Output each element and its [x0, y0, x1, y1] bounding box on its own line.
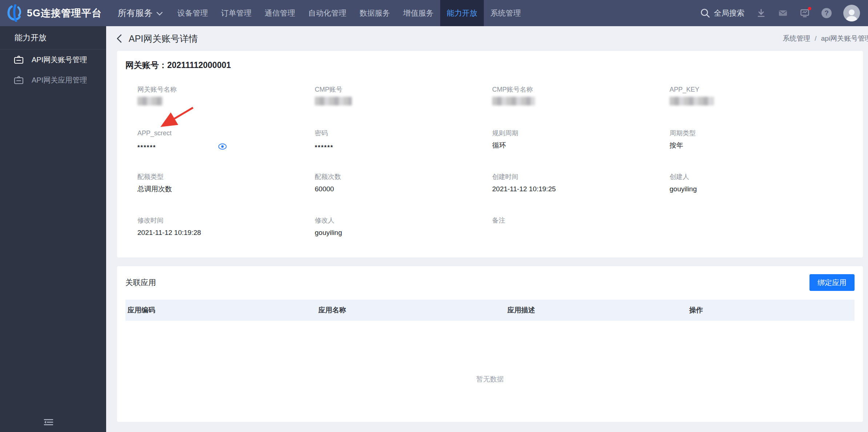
platform-title: 5G连接管理平台 — [27, 7, 102, 20]
back-chevron-icon[interactable] — [116, 34, 124, 43]
field-app-key: APP_KEY — [670, 86, 847, 129]
notification-dot — [808, 7, 811, 10]
page-header: API网关账号详情 系统管理 / api网关账号管理 — [106, 26, 868, 51]
field-quota-count: 配额次数 60000 — [315, 173, 492, 217]
menu-item-comm-mgmt[interactable]: 通信管理 — [258, 0, 302, 26]
column-header-app-description: 应用描述 — [507, 305, 689, 315]
field-creator: 创建人 gouyiling — [670, 173, 847, 217]
masked-value — [315, 97, 352, 105]
field-gateway-account-name: 网关账号名称 — [137, 86, 315, 129]
sidebar-item-label: API网关应用管理 — [32, 75, 87, 85]
download-icon[interactable] — [756, 8, 766, 18]
field-cmp-account-name: CMP账号名称 — [492, 86, 670, 129]
column-header-actions: 操作 — [689, 305, 855, 315]
sidebar-item-label: API网关账号管理 — [32, 55, 87, 65]
related-apps-header: 关联应用 绑定应用 — [125, 274, 855, 291]
related-apps-card: 关联应用 绑定应用 应用编码 应用名称 应用描述 操作 暂无数据 — [117, 266, 863, 422]
detail-fields-grid: 网关账号名称 CMP账号 CMP账号名称 APP_KEY APP_screct … — [137, 86, 855, 260]
top-navbar: 5G连接管理平台 所有服务 设备管理 订单管理 通信管理 自动化管理 数据服务 … — [0, 0, 868, 26]
field-cmp-account: CMP账号 — [315, 86, 492, 129]
sidebar-item-api-gateway-app-mgmt[interactable]: API网关应用管理 — [0, 70, 106, 90]
column-header-app-code: 应用编码 — [128, 305, 318, 315]
search-icon — [700, 8, 710, 18]
menu-item-capability-open[interactable]: 能力开放 — [440, 0, 484, 26]
column-header-app-name: 应用名称 — [318, 305, 507, 315]
breadcrumb-separator: / — [815, 35, 816, 43]
field-rule-period: 规则周期 循环 — [492, 129, 670, 173]
field-quota-type: 配额类型 总调用次数 — [137, 173, 315, 217]
main-content: API网关账号详情 系统管理 / api网关账号管理 网关账号：20211112… — [106, 26, 868, 432]
menu-item-data-service[interactable]: 数据服务 — [353, 0, 397, 26]
bind-app-button[interactable]: 绑定应用 — [809, 274, 855, 291]
menu-item-value-added-service[interactable]: 增值服务 — [397, 0, 440, 26]
person-icon — [844, 8, 859, 21]
apps-table-header-row: 应用编码 应用名称 应用描述 操作 — [125, 300, 855, 321]
menu-item-order-mgmt[interactable]: 订单管理 — [214, 0, 258, 26]
mail-icon[interactable] — [778, 8, 788, 18]
breadcrumb: 系统管理 / api网关账号管理 — [783, 26, 868, 51]
reveal-secret-eye-button[interactable] — [218, 142, 227, 151]
related-apps-title: 关联应用 — [125, 274, 156, 291]
field-modify-time: 修改时间 2021-11-12 10:19:28 — [137, 217, 315, 260]
gateway-account-detail-card: 网关账号：20211112000001 网关账号名称 CMP账号 CMP账号名称… — [117, 51, 863, 257]
masked-value — [492, 97, 535, 105]
gateway-account-label: 网关账号： — [125, 60, 167, 70]
masked-value — [670, 97, 714, 105]
main-menu: 所有服务 设备管理 订单管理 通信管理 自动化管理 数据服务 增值服务 能力开放… — [111, 0, 527, 26]
platform-logo-icon — [7, 4, 23, 22]
global-search-label: 全局搜索 — [714, 8, 744, 18]
navbar-actions: 全局搜索 ? — [700, 5, 868, 21]
help-icon[interactable]: ? — [821, 8, 832, 18]
field-remark: 备注 — [492, 217, 670, 260]
field-create-time: 创建时间 2021-11-12 10:19:25 — [492, 173, 670, 217]
sidebar: 能力开放 API网关账号管理 API网关应用管理 — [0, 26, 106, 432]
masked-value — [137, 97, 163, 105]
menu-fold-icon[interactable] — [43, 417, 54, 428]
field-period-type: 周期类型 按年 — [670, 129, 847, 173]
empty-table-area: 暂无数据 — [125, 321, 855, 421]
sidebar-title: 能力开放 — [0, 26, 106, 49]
empty-data-text: 暂无数据 — [476, 375, 504, 384]
user-avatar[interactable] — [843, 5, 860, 21]
field-modifier: 修改人 gouyiling — [315, 217, 492, 260]
field-app-secret: APP_screct ****** — [137, 129, 315, 173]
clipboard-icon — [14, 55, 24, 65]
menu-item-automation-mgmt[interactable]: 自动化管理 — [302, 0, 353, 26]
monitor-icon-button[interactable] — [800, 8, 810, 18]
platform-logo: 5G连接管理平台 — [0, 4, 102, 22]
detail-card-title: 网关账号：20211112000001 — [125, 60, 855, 71]
app-secret-masked-value: ****** — [137, 141, 156, 152]
global-search[interactable]: 全局搜索 — [700, 8, 744, 18]
menu-item-device-mgmt[interactable]: 设备管理 — [171, 0, 214, 26]
page-title: API网关账号详情 — [129, 33, 198, 45]
clipboard-icon — [14, 75, 24, 85]
field-password: 密码 ****** — [315, 129, 492, 173]
menu-item-system-mgmt[interactable]: 系统管理 — [484, 0, 527, 26]
breadcrumb-item-api-gateway-account-mgmt[interactable]: api网关账号管理 — [821, 34, 868, 43]
menu-item-all-services[interactable]: 所有服务 — [111, 0, 166, 26]
sidebar-item-api-gateway-account-mgmt[interactable]: API网关账号管理 — [0, 49, 106, 70]
gateway-account-number: 20211112000001 — [167, 60, 231, 70]
eye-icon — [218, 143, 227, 150]
chevron-down-icon — [156, 12, 163, 16]
breadcrumb-item-system-mgmt[interactable]: 系统管理 — [783, 34, 810, 43]
